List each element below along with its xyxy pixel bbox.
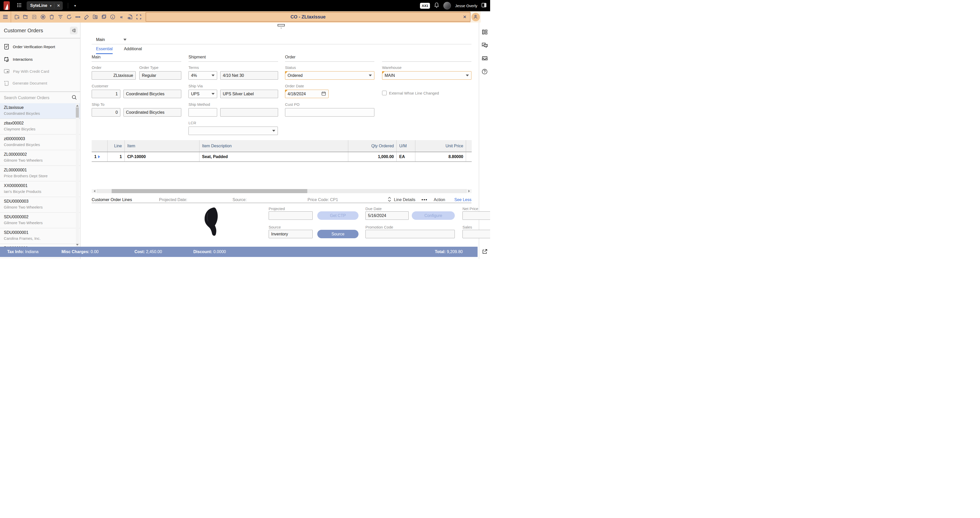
order-list-item[interactable]: zl00000003 Coordinated Bicycles (0, 134, 80, 150)
warehouse-select[interactable]: MAIN (382, 71, 471, 80)
sidebar-item-pay-with-credit-card[interactable]: Pay With Credit Card (0, 65, 80, 77)
order-list-item[interactable]: ZL00000001 Price Brothers Dept Store (0, 166, 80, 182)
ship-method-desc-field[interactable] (220, 108, 278, 116)
promotion-code-field[interactable] (366, 230, 455, 238)
scroll-left-icon[interactable] (92, 189, 97, 193)
order-list-item[interactable]: XX00000001 Ian's Bicycle Products (0, 182, 80, 197)
line-more-actions-icon[interactable]: ••• (422, 197, 428, 202)
cell-line[interactable]: 1 (107, 152, 124, 161)
row-handle[interactable]: 1 (92, 152, 107, 161)
order-list-item[interactable]: ZLtaxissue Coordinated Bicycles (0, 103, 80, 119)
cell-item-description[interactable]: Seat, Padded (199, 152, 348, 161)
hscrollbar-thumb[interactable] (111, 189, 307, 193)
ship-via-select[interactable]: UPS (188, 90, 217, 98)
scroll-right-icon[interactable] (466, 189, 472, 193)
refresh-icon[interactable] (65, 13, 73, 21)
external-link-icon[interactable] (482, 249, 488, 255)
due-date-field[interactable]: 5/16/2024 (366, 211, 409, 220)
grid-row[interactable]: 1 1 CP-10000 Seat, Padded 1,000.00 EA 8.… (92, 152, 472, 162)
terms-desc-field[interactable]: 4/10 Net 30 (220, 71, 278, 80)
ship-to-name-field[interactable]: Coordinated Bicycles (123, 108, 181, 116)
status-select[interactable]: Ordered (285, 71, 374, 80)
tab-list-chevron-icon[interactable]: ▾ (74, 3, 76, 8)
cell-unit-price[interactable]: 8.80000 (415, 152, 466, 161)
scrollbar-thumb[interactable] (76, 107, 79, 118)
more-actions-icon[interactable]: ••• (73, 13, 82, 21)
get-ctp-button[interactable]: Get CTP (317, 211, 358, 220)
filter-icon[interactable] (56, 13, 65, 21)
nav-menu-icon[interactable] (1, 13, 10, 21)
external-whse-checkbox[interactable] (382, 91, 387, 95)
notes-edit-icon[interactable] (82, 13, 91, 21)
open-icon[interactable] (21, 13, 30, 21)
save-icon[interactable] (30, 13, 39, 21)
app-tab-close-icon[interactable]: ✕ (57, 3, 60, 8)
info-icon[interactable] (108, 13, 117, 21)
sort-icon[interactable] (388, 197, 391, 203)
user-name[interactable]: Jesse Overly (455, 3, 477, 8)
order-list-item[interactable]: SDU0000001 Carolina Frames, Inc. (0, 228, 80, 244)
environment-badge[interactable]: AX1 (420, 3, 430, 9)
source-button[interactable]: Source (317, 230, 358, 238)
projected-field[interactable] (269, 211, 313, 220)
sales-disc-field[interactable]: 7.5000 (463, 230, 490, 238)
find-icon[interactable] (91, 13, 100, 21)
col-line[interactable]: Line (107, 140, 124, 151)
tab-essential[interactable]: Essential (96, 47, 113, 54)
col-item[interactable]: Item (124, 140, 199, 151)
sidebar-item-order-verification-report[interactable]: Order Verification Report (0, 40, 80, 53)
terms-select[interactable]: 4% (188, 71, 217, 80)
maximize-icon[interactable] (134, 13, 143, 21)
app-grid-icon[interactable] (17, 3, 22, 8)
user-context-icon[interactable] (471, 13, 480, 21)
net-price-field[interactable]: 8,140.00 (463, 211, 490, 220)
notifications-bell-icon[interactable] (434, 2, 439, 9)
calendar-icon[interactable] (321, 91, 326, 97)
copy-icon[interactable] (100, 13, 108, 21)
list-scrollbar[interactable] (76, 104, 79, 247)
tab-additional[interactable]: Additional (124, 47, 142, 54)
view-selector[interactable]: Main (96, 37, 127, 42)
order-date-field[interactable]: 4/18/2024 (285, 90, 329, 98)
delete-icon[interactable] (48, 13, 56, 21)
configure-button[interactable]: Configure (412, 211, 455, 220)
customer-name-field[interactable]: Coordinated Bicycles (123, 90, 181, 98)
sidebar-item-interactions[interactable]: Interactions (0, 53, 80, 65)
collapse-toolbar-icon[interactable]: « (117, 13, 126, 21)
lcr-select[interactable] (188, 127, 278, 135)
layout-panels-icon[interactable] (482, 29, 488, 36)
col-unit-price[interactable]: Unit Price (415, 140, 466, 151)
line-details-button[interactable]: Line Details (394, 198, 415, 202)
user-avatar[interactable] (443, 2, 451, 10)
sidebar-collapse-button[interactable] (70, 27, 78, 34)
panel-toggle-icon[interactable] (481, 3, 487, 9)
cust-po-field[interactable] (285, 108, 374, 116)
col-item-description[interactable]: Item Description (199, 140, 348, 151)
search-icon[interactable] (72, 94, 77, 101)
preview-document-icon[interactable] (126, 13, 134, 21)
cell-qty-ordered[interactable]: 1,000.00 (348, 152, 396, 161)
order-list-item[interactable]: zltax00002 Claymore Bicycles (0, 119, 80, 134)
help-icon[interactable] (482, 69, 488, 76)
source-field[interactable]: Inventory (269, 230, 313, 238)
order-list-item[interactable]: ZL00000002 Gilmore Two Wheelers (0, 150, 80, 166)
order-list-item[interactable]: SDU0000003 Gilmore Two Wheelers (0, 197, 80, 213)
messages-icon[interactable] (482, 43, 488, 49)
action-menu-button[interactable]: Action (434, 198, 445, 202)
customer-number-field[interactable]: 1 (92, 90, 120, 98)
inbox-icon[interactable] (482, 56, 488, 62)
order-list-item[interactable]: SDU0000002 Gilmore Two Wheelers (0, 213, 80, 228)
infor-logo-icon[interactable] (3, 1, 10, 10)
order-type-field[interactable]: Regular (139, 71, 181, 80)
grid-horizontal-scrollbar[interactable] (92, 189, 472, 193)
search-input[interactable] (4, 96, 72, 100)
cell-um[interactable]: EA (396, 152, 415, 161)
scroll-down-icon[interactable] (76, 244, 79, 245)
cell-item[interactable]: CP-10000 (124, 152, 199, 161)
app-tab-chevron-icon[interactable]: ▾ (50, 4, 52, 8)
sidebar-item-generate-document[interactable]: Generate Document (0, 77, 80, 89)
form-close-icon[interactable]: ✕ (463, 14, 466, 20)
see-less-link[interactable]: See Less (454, 198, 471, 202)
ship-to-number-field[interactable]: 0 (92, 108, 120, 116)
syteline-app-tab[interactable]: SyteLine ▾ ✕ (27, 1, 63, 10)
